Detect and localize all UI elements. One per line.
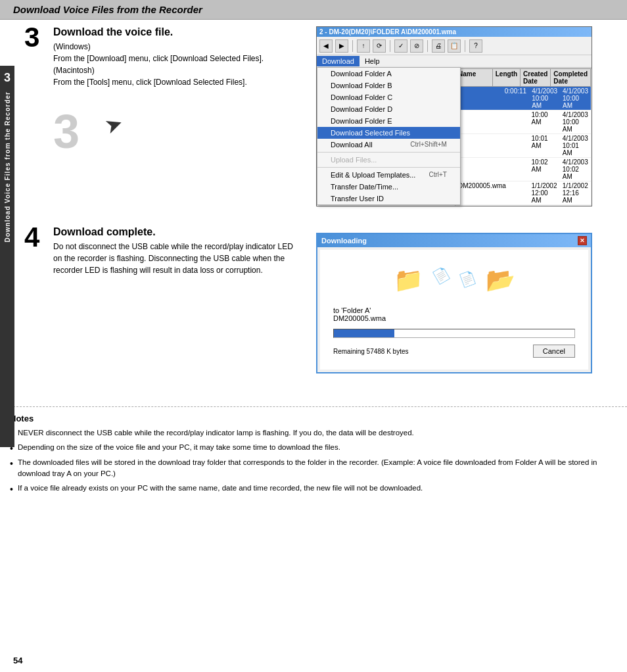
menu-help[interactable]: Help <box>360 56 385 66</box>
dialog-title-text: Downloading <box>321 237 367 245</box>
dialog-footer: Remaining 57488 K bytes Cancel <box>327 342 582 363</box>
toolbar-btn-7[interactable]: 🖨 <box>432 39 445 53</box>
step3-number: 3 <box>24 24 48 51</box>
dialog-to-folder: to 'Folder A' <box>333 306 575 314</box>
dropdown-folder-c[interactable]: Download Folder C <box>317 91 460 103</box>
dropdown-sep-2 <box>317 167 460 168</box>
step4-body: Do not disconnect the USB cable while th… <box>53 241 303 276</box>
note-item-1: NEVER disconnect the USB cable while the… <box>10 427 617 439</box>
progress-bar-container <box>333 329 575 338</box>
win-screenshot1: 2 - DM-20(DM20)\FOLDER A\DM200001.wma ◀ … <box>316 26 592 206</box>
step3-title: Download the voice file. <box>53 26 303 38</box>
progress-bar-fill <box>334 329 394 337</box>
file-row-5[interactable]: DM200005.wma 1/1/2002 12:00 AM 1/1/2002 … <box>455 181 591 205</box>
file-length-4 <box>509 158 528 181</box>
dialog-remaining: Remaining 57488 K bytes <box>333 348 409 355</box>
note-item-3: The downloaded files will be stored in t… <box>10 457 617 480</box>
side-tab: 3 Download Voice Files from the Recorder <box>0 66 14 447</box>
dropdown-folder-e[interactable]: Download Folder E <box>317 115 460 127</box>
dropdown-menu: Download Folder A Download Folder B Down… <box>317 67 461 205</box>
toolbar-btn-1[interactable]: ◀ <box>319 39 333 53</box>
header-created: Created Date <box>521 69 551 86</box>
step3-body: (Windows) From the [Download] menu, clic… <box>53 41 303 88</box>
file-created-1: 4/1/2003 10:00 AM <box>529 87 560 110</box>
flying-file-icon-2: 📄 <box>457 268 478 289</box>
step4-title: Download complete. <box>53 226 303 238</box>
file-created-3: 10:01 AM <box>529 134 560 157</box>
toolbar-sep-4 <box>465 40 465 52</box>
dropdown-all[interactable]: Download All Ctrl+Shift+M <box>317 139 460 151</box>
file-completed-4: 4/1/2003 10:02 AM <box>560 158 591 181</box>
header-completed: Completed Date <box>551 69 591 86</box>
toolbar-btn-6[interactable]: ⊘ <box>410 39 423 53</box>
arrow-pointer: ➤ <box>103 112 124 138</box>
step4-content: Download complete. Do not disconnect the… <box>53 226 303 276</box>
dialog-folder-area: 📁 📄 📄 📂 <box>327 256 582 304</box>
step4-row: 4 Download complete. Do not disconnect t… <box>24 226 617 373</box>
dialog-filename: DM200005.wma <box>333 314 575 322</box>
file-completed-5: 1/1/2002 12:16 AM <box>560 181 591 204</box>
file-completed-3: 4/1/2003 10:01 AM <box>560 134 591 157</box>
file-list-header: Name Length Created Date Completed Date <box>455 69 591 87</box>
dropdown-selected-files[interactable]: Download Selected Files <box>317 127 460 139</box>
step3-macintosh-desc: From the [Tools] menu, click [Download S… <box>53 78 247 87</box>
toolbar-btn-9[interactable]: ? <box>469 39 482 53</box>
file-created-5: 1/1/2002 12:00 AM <box>529 181 560 204</box>
step4-number: 4 <box>24 224 48 251</box>
dialog-close-button[interactable]: ✕ <box>578 236 587 245</box>
toolbar-btn-4[interactable]: ⟳ <box>373 39 386 53</box>
menu-download[interactable]: Download <box>317 56 360 66</box>
win-title-bar: 2 - DM-20(DM20)\FOLDER A\DM200001.wma <box>317 27 592 37</box>
cancel-button[interactable]: Cancel <box>533 345 575 358</box>
target-folder-icon: 📂 <box>486 266 515 294</box>
main-content: 3 Download the voice file. (Windows) Fro… <box>14 20 627 393</box>
notes-section: Notes NEVER disconnect the USB cable whi… <box>0 406 627 494</box>
file-name-2 <box>455 110 509 133</box>
win-title-text: 2 - DM-20(DM20)\FOLDER A\DM200001.wma <box>319 28 456 36</box>
step3-content: Download the voice file. (Windows) From … <box>53 26 303 155</box>
dropdown-transfer-date[interactable]: Transfer Date/Time... <box>317 181 460 193</box>
toolbar-btn-3[interactable]: ↑ <box>357 39 370 53</box>
step3-row: 3 Download the voice file. (Windows) Fro… <box>24 26 617 206</box>
file-name-4 <box>455 158 509 181</box>
page-header: Download Voice Files from the Recorder <box>0 0 627 20</box>
note-item-2: Depending on the size of the voice file … <box>10 442 617 453</box>
side-tab-text: Download Voice Files from the Recorder <box>4 91 11 243</box>
toolbar-area: ◀ ▶ ↑ ⟳ ✓ ⊘ 🖨 📋 ? <box>317 37 592 55</box>
dropdown-folder-d[interactable]: Download Folder D <box>317 103 460 115</box>
dialog-body: 📁 📄 📄 📂 to 'Folder A' DM200005.wma <box>320 250 588 370</box>
header-length: Length <box>493 69 521 86</box>
win-menu-bar: Download Help Download Folder A Download… <box>317 55 592 68</box>
toolbar-sep-3 <box>427 40 428 52</box>
dropdown-transfer-user[interactable]: Transfer User ID <box>317 193 460 204</box>
page-number: 54 <box>13 656 22 665</box>
flying-file-icon: 📄 <box>430 264 452 286</box>
source-folder-icon: 📁 <box>394 266 423 294</box>
big-step3-label: 3 <box>53 108 80 155</box>
note-item-4: If a voice file already exists on your P… <box>10 483 617 494</box>
file-row-2[interactable]: 10:00 AM 4/1/2003 10:00 AM <box>455 110 591 134</box>
screenshot1-panel: 2 - DM-20(DM20)\FOLDER A\DM200001.wma ◀ … <box>316 26 592 206</box>
page-header-text: Download Voice Files from the Recorder <box>13 4 202 15</box>
header-name: Name <box>455 69 493 86</box>
file-list: Name Length Created Date Completed Date … <box>455 68 592 206</box>
downloading-dialog: Downloading ✕ 📁 📄 📄 📂 <box>316 233 592 373</box>
file-name-3 <box>455 134 509 157</box>
toolbar-btn-8[interactable]: 📋 <box>448 39 461 53</box>
file-length-3 <box>509 134 528 157</box>
file-name-1 <box>455 87 502 110</box>
file-row-3[interactable]: 10:01 AM 4/1/2003 10:01 AM <box>455 134 591 158</box>
file-length-2 <box>509 110 528 133</box>
screenshot2-panel: Downloading ✕ 📁 📄 📄 📂 <box>316 226 592 373</box>
file-row-1[interactable]: 0:00:11 4/1/2003 10:00 AM 4/1/2003 10:00… <box>455 87 591 110</box>
notes-title: Notes <box>10 414 617 423</box>
toolbar-sep-1 <box>352 40 353 52</box>
dropdown-folder-b[interactable]: Download Folder B <box>317 80 460 91</box>
toolbar-sep-2 <box>390 40 390 52</box>
dropdown-edit-templates[interactable]: Edit & Upload Templates... Ctrl+T <box>317 169 460 181</box>
file-created-2: 10:00 AM <box>529 110 560 133</box>
dropdown-folder-a[interactable]: Download Folder A <box>317 68 460 80</box>
file-row-4[interactable]: 10:02 AM 4/1/2003 10:02 AM <box>455 158 591 181</box>
toolbar-btn-2[interactable]: ▶ <box>335 39 348 53</box>
toolbar-btn-5[interactable]: ✓ <box>394 39 407 53</box>
